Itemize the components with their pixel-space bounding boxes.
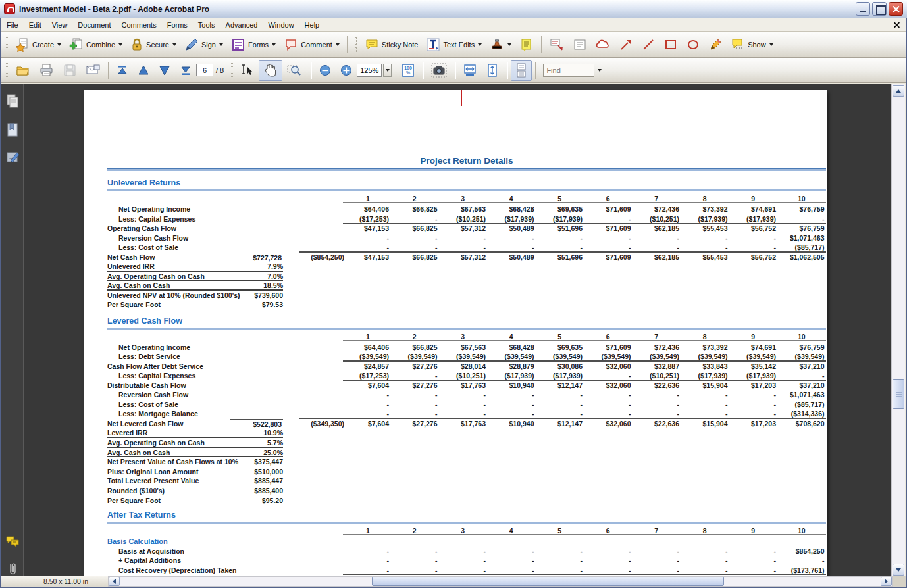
table-cell: -: [584, 214, 633, 224]
menu-item-help[interactable]: Help: [299, 20, 325, 30]
fit-width-button[interactable]: [459, 61, 481, 80]
email-button[interactable]: [81, 61, 105, 80]
scrolling-mode-button[interactable]: [511, 60, 532, 81]
table-cell: $47,153: [346, 224, 390, 233]
zoom-in-button[interactable]: [336, 61, 357, 80]
zoom-dropdown-button[interactable]: [383, 64, 392, 77]
highlight-button[interactable]: [515, 35, 538, 55]
next-page-button[interactable]: [154, 61, 175, 80]
show-button[interactable]: Show: [727, 35, 777, 55]
pdf-page[interactable]: Project Return Details Unlevered Returns…: [84, 90, 827, 576]
fit-page-button[interactable]: [481, 61, 504, 80]
bookmarks-panel-button[interactable]: [5, 122, 20, 138]
textbox-tool-button[interactable]: [569, 35, 591, 55]
menu-item-comments[interactable]: Comments: [117, 20, 162, 30]
print-button[interactable]: [35, 61, 59, 80]
page-number-input[interactable]: [196, 64, 213, 76]
toolbar-grip[interactable]: [5, 36, 9, 53]
table-cell: $10,940: [487, 381, 536, 391]
previous-page-button[interactable]: [133, 61, 154, 80]
toolbar-grip[interactable]: [5, 62, 9, 78]
secure-button[interactable]: Secure: [126, 35, 180, 55]
attachments-panel-button[interactable]: [5, 562, 20, 577]
menu-item-window[interactable]: Window: [263, 20, 299, 30]
save-button[interactable]: [59, 61, 81, 80]
menu-item-tools[interactable]: Tools: [193, 20, 220, 30]
stamp-button[interactable]: [486, 35, 515, 55]
menu-item-forms[interactable]: Forms: [162, 20, 193, 30]
summary-row: Total Levered Present Value$885,447: [107, 476, 283, 486]
toolbar-grip[interactable]: [230, 62, 234, 78]
text-edits-button[interactable]: Text Edits: [422, 35, 486, 55]
scroll-left-button[interactable]: [109, 577, 120, 586]
line-tool-button[interactable]: [637, 35, 660, 55]
scroll-up-button[interactable]: [893, 85, 904, 97]
menu-item-advanced[interactable]: Advanced: [220, 20, 263, 30]
table-cell: -: [536, 409, 584, 419]
acrobat-pdf-icon: [4, 3, 15, 14]
minimize-button[interactable]: [856, 2, 870, 16]
scroll-down-button[interactable]: [893, 564, 904, 576]
menu-item-edit[interactable]: Edit: [24, 20, 47, 30]
menu-item-document[interactable]: Document: [72, 20, 116, 30]
table-cell: ($17,939): [536, 371, 584, 381]
menu-item-file[interactable]: File: [1, 20, 24, 30]
menu-item-view[interactable]: View: [47, 20, 73, 30]
maximize-button[interactable]: [872, 2, 887, 16]
title-bar[interactable]: Investment Model - Beta 2.pdf - Adobe Ac…: [0, 0, 907, 18]
close-document-icon[interactable]: [893, 21, 900, 28]
summary-cell: [230, 409, 283, 419]
zoom-out-button[interactable]: [315, 61, 336, 80]
marquee-zoom-button[interactable]: [282, 61, 307, 80]
arrow-tool-button[interactable]: [615, 35, 637, 55]
cloud-tool-button[interactable]: [591, 35, 615, 55]
table-cell: $1,062,505: [777, 253, 826, 262]
document-canvas[interactable]: Project Return Details Unlevered Returns…: [24, 84, 891, 576]
select-tool-button[interactable]: [236, 61, 259, 80]
actual-size-button[interactable]: 100%: [397, 61, 419, 80]
signatures-panel-button[interactable]: [5, 150, 20, 166]
toolbar-grip[interactable]: [355, 36, 358, 53]
combine-button[interactable]: Combine: [65, 35, 126, 55]
callout-tool-button[interactable]: [545, 35, 569, 55]
resize-corner[interactable]: [893, 576, 906, 587]
table-cell: ($17,939): [536, 214, 584, 224]
zoom-out-icon: [319, 64, 332, 77]
table-cell: -: [487, 400, 536, 410]
create-button[interactable]: Create: [11, 35, 65, 55]
year-col-header: 3: [439, 526, 488, 535]
summary-value: $885,447: [254, 476, 283, 486]
vertical-scrollbar[interactable]: [891, 84, 905, 576]
sticky-note-button[interactable]: Sticky Note: [361, 35, 423, 55]
rectangle-tool-button[interactable]: [660, 35, 682, 55]
initial-cell: ($349,350): [283, 419, 346, 429]
horizontal-scrollbar-thumb[interactable]: [372, 577, 724, 586]
find-input[interactable]: [543, 64, 594, 77]
sign-button[interactable]: Sign: [180, 35, 227, 55]
hand-tool-button[interactable]: [259, 60, 282, 81]
open-folder-icon: [15, 63, 31, 78]
summary-cell: [230, 362, 283, 372]
horizontal-scrollbar[interactable]: [108, 576, 893, 587]
scroll-right-button[interactable]: [881, 577, 892, 586]
table-cell: $57,312: [439, 224, 488, 233]
close-button[interactable]: [889, 2, 903, 16]
forms-button[interactable]: Forms: [227, 35, 280, 55]
snapshot-button[interactable]: [427, 60, 452, 81]
find-options-button[interactable]: [594, 64, 604, 77]
table-cell: ($17,939): [729, 371, 778, 381]
pages-panel-button[interactable]: [5, 93, 20, 109]
table-cell: $66,825: [390, 224, 439, 233]
comment-button[interactable]: Comment: [280, 35, 344, 55]
row-label: Net Cash Flow: [107, 253, 230, 262]
zoom-level-select[interactable]: 125%: [357, 64, 382, 77]
oval-tool-button[interactable]: [682, 35, 704, 55]
open-button[interactable]: [11, 61, 35, 80]
vertical-scrollbar-thumb[interactable]: [893, 379, 904, 409]
pencil-tool-button[interactable]: [704, 35, 727, 55]
table-cell: -: [346, 547, 390, 556]
comments-panel-button[interactable]: [5, 534, 20, 550]
first-page-button[interactable]: [112, 61, 133, 80]
initial-cell: [283, 194, 346, 203]
last-page-button[interactable]: [175, 61, 196, 80]
